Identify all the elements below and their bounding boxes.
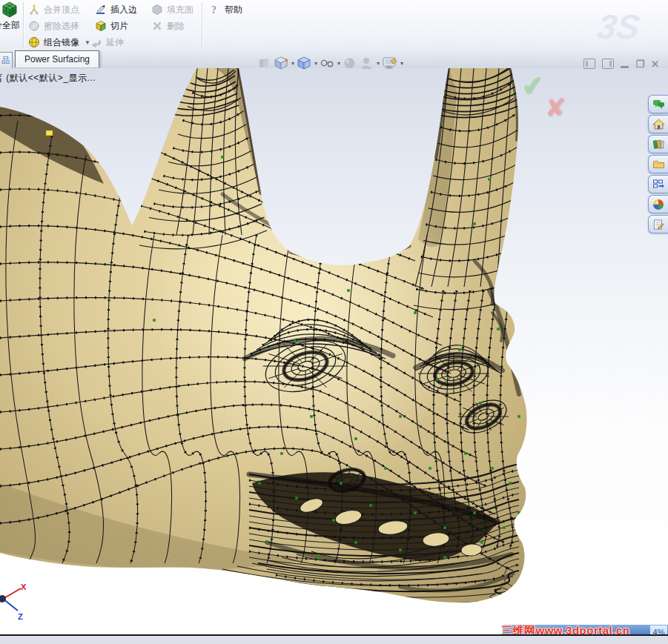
apply-scene-icon xyxy=(359,56,374,70)
combine-mirror-button[interactable]: 组合镜像 ▼ xyxy=(28,35,90,50)
close-icon[interactable]: ✕ xyxy=(651,59,659,69)
green-vertex xyxy=(414,311,417,314)
subdivision-mesh-model: X Z xyxy=(0,68,668,634)
green-vertex xyxy=(443,526,446,529)
zoom-to-fit-button[interactable] xyxy=(257,56,271,70)
appearances-button[interactable] xyxy=(648,195,668,213)
confirm-cancel-icon[interactable]: ✘ xyxy=(545,93,566,122)
green-vertex xyxy=(414,511,417,514)
appearances-icon xyxy=(652,199,664,210)
green-vertex xyxy=(517,378,520,381)
confirm-ok-icon[interactable]: ✔ xyxy=(520,70,545,103)
slice-icon xyxy=(95,20,107,32)
ribbon-separator xyxy=(202,2,202,48)
feature-tree-root[interactable]: 畐 (默认<<默认>_显示... xyxy=(0,72,96,84)
triad-x-label: X xyxy=(21,582,27,591)
green-vertex xyxy=(347,289,350,292)
partial-tab-icon: 品 xyxy=(2,55,10,66)
extend-button[interactable]: 延伸 xyxy=(90,35,124,50)
erase-selection-label: 擦除选择 xyxy=(44,20,79,33)
apply-scene-dropdown-icon[interactable]: ▾ xyxy=(377,60,380,67)
merge-vertices-icon xyxy=(28,4,40,16)
dassault-logo-text: 3S xyxy=(595,7,642,46)
display-style-button[interactable]: ▾ xyxy=(297,56,317,70)
green-vertex xyxy=(354,437,357,440)
display-style-dropdown-icon[interactable]: ▾ xyxy=(314,60,317,67)
view-palette-icon xyxy=(652,179,665,190)
forum-icon xyxy=(652,99,665,110)
help-button[interactable]: ? 帮助 xyxy=(209,2,242,17)
green-vertex xyxy=(332,519,335,522)
subdivide-all-button[interactable]: 分全部 xyxy=(0,0,22,49)
view-settings-dropdown-icon[interactable]: ▾ xyxy=(400,60,403,67)
green-vertex xyxy=(491,467,494,470)
display-style-icon xyxy=(297,56,312,70)
forum-button[interactable] xyxy=(648,95,668,113)
view-orientation-icon xyxy=(274,56,289,70)
triad-z-label: Z xyxy=(18,612,23,621)
view-orientation-dropdown-icon[interactable]: ▾ xyxy=(291,60,294,67)
combine-mirror-icon xyxy=(28,36,40,48)
file-explorer-button[interactable] xyxy=(648,155,668,173)
power-surfacing-ribbon: 分全部 合并顶点 擦除选择 组合镜像 ▼ xyxy=(0,0,668,51)
collapse-ribbon-icon[interactable] xyxy=(583,59,595,69)
green-vertex xyxy=(503,526,506,529)
view-palette-button[interactable] xyxy=(648,175,668,193)
edit-appearance-button[interactable] xyxy=(343,56,357,70)
green-vertex xyxy=(153,319,156,322)
fill-face-label: 填充面 xyxy=(167,4,194,16)
partial-tab[interactable]: 品 xyxy=(0,52,13,69)
view-orientation-button[interactable]: ▾ xyxy=(274,56,294,70)
merge-vertices-label: 合并顶点 xyxy=(44,4,79,16)
custom-properties-icon xyxy=(652,219,664,230)
green-vertex xyxy=(429,467,431,470)
green-vertex xyxy=(258,482,261,485)
home-icon xyxy=(652,119,665,130)
tab-power-surfacing[interactable]: Power Surfacing xyxy=(15,50,99,67)
window-controls: ❐ ✕ xyxy=(583,59,659,69)
expand-ribbon-icon[interactable] xyxy=(602,59,614,69)
green-vertex xyxy=(280,452,283,455)
green-vertex xyxy=(317,556,320,559)
green-vertex xyxy=(458,348,461,351)
hide-show-items-button[interactable]: ▾ xyxy=(320,56,340,70)
green-vertex xyxy=(295,497,298,499)
green-vertex xyxy=(436,378,439,381)
erase-selection-icon xyxy=(28,20,40,32)
slice-button[interactable]: 切片 xyxy=(95,19,128,33)
combine-mirror-dropdown-icon[interactable]: ▼ xyxy=(85,39,90,46)
headsup-view-toolbar: ▾ ▾ ▾ xyxy=(257,56,403,70)
insert-edge-button[interactable]: 插入边 xyxy=(95,2,137,17)
help-label: 帮助 xyxy=(225,4,242,16)
green-vertex xyxy=(517,415,520,418)
erase-selection-button[interactable]: 擦除选择 xyxy=(28,19,79,33)
green-vertex xyxy=(510,259,513,262)
apply-scene-button[interactable]: ▾ xyxy=(359,56,380,70)
delete-button[interactable]: 删除 xyxy=(151,19,185,33)
home-button[interactable] xyxy=(648,115,668,133)
green-vertex xyxy=(294,339,297,342)
slice-label: 切片 xyxy=(110,20,128,33)
green-vertex xyxy=(473,222,476,225)
design-library-button[interactable] xyxy=(648,135,668,153)
extend-label: 延伸 xyxy=(106,36,124,49)
status-bar xyxy=(0,634,668,644)
merge-vertices-button[interactable]: 合并顶点 xyxy=(28,2,79,17)
restore-icon[interactable]: ❐ xyxy=(635,59,644,69)
design-library-icon xyxy=(652,139,665,150)
green-vertex xyxy=(479,402,482,405)
custom-properties-button[interactable] xyxy=(648,215,668,233)
green-vertex xyxy=(399,415,402,418)
view-settings-button[interactable]: ▾ xyxy=(382,56,403,70)
svg-text:?: ? xyxy=(211,4,216,16)
extend-icon xyxy=(90,36,102,48)
combine-mirror-label: 组合镜像 xyxy=(44,36,79,49)
green-vertex xyxy=(317,178,320,181)
insert-edge-icon xyxy=(95,4,107,16)
fill-face-button[interactable]: 填充面 xyxy=(151,2,194,17)
minimize-icon[interactable] xyxy=(621,66,629,68)
graphics-viewport[interactable]: X Z 畐 (默认<<默认>_显示... ▾ xyxy=(0,68,668,634)
hide-show-items-dropdown-icon[interactable]: ▾ xyxy=(337,60,340,67)
insert-edge-label: 插入边 xyxy=(110,4,137,16)
fill-face-icon xyxy=(151,4,163,16)
